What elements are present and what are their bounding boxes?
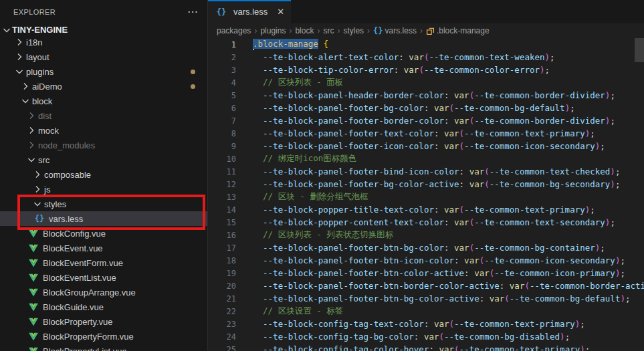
tree-folder-js[interactable]: js — [0, 182, 207, 197]
close-icon[interactable]: ✕ — [277, 7, 284, 17]
breadcrumb-label: block — [295, 26, 314, 35]
tree-folder-styles[interactable]: styles — [0, 197, 207, 211]
tree-folder-block[interactable]: block — [0, 94, 207, 108]
tree-folder-dist[interactable]: dist — [0, 108, 207, 123]
code-line[interactable]: 5 --te-block-panel-header-border-color: … — [208, 89, 644, 102]
code-text: // 区块列表 - 面板 — [236, 77, 343, 88]
code-line[interactable]: 21 --te-block-panel-footer-btn-bg-color-… — [208, 292, 644, 305]
tree-item-label: src — [38, 155, 49, 165]
breadcrumb-item-plugins[interactable]: plugins — [260, 26, 286, 35]
code-line[interactable]: 7 --te-block-panel-footer-border-color: … — [208, 114, 644, 127]
breadcrumb-item-styles[interactable]: styles — [343, 26, 364, 35]
tree-folder-mock[interactable]: mock — [0, 123, 207, 138]
tree-file-blockevent-vue[interactable]: BlockEvent.vue — [0, 241, 207, 255]
line-number: 7 — [208, 116, 236, 126]
code-line[interactable]: 16 // 区块列表 - 列表状态切换图标 — [208, 229, 644, 241]
code-line[interactable]: 19 --te-block-panel-footer-btn-color-act… — [208, 267, 644, 279]
line-number: 14 — [208, 205, 236, 215]
file-tree: i18nlayoutpluginsaiDemoblockdistmocknode… — [0, 35, 207, 351]
code-text: --te-block-panel-footer-bg-color-active:… — [236, 179, 620, 189]
vue-file-icon — [28, 316, 39, 327]
code-line[interactable]: 22 // 区块设置 - 标签 — [208, 305, 644, 318]
code-line[interactable]: 12 --te-block-panel-footer-bg-color-acti… — [208, 178, 644, 191]
code-text: --te-block-panel-footer-btn-border-color… — [236, 281, 644, 291]
code-line[interactable]: 24 --te-block-config-tag-bg-color: var(-… — [208, 330, 644, 343]
tree-file-blockpropertylist-vue[interactable]: BlockPropertyList.vue — [0, 344, 207, 351]
vue-file-icon — [28, 272, 39, 283]
code-line[interactable]: 14 --te-block-popper-title-text-color: v… — [208, 203, 644, 216]
line-number: 22 — [208, 307, 236, 316]
breadcrumb-item-vars-less[interactable]: {}vars.less — [373, 26, 417, 35]
code-line[interactable]: 1.block-manage { — [208, 38, 644, 51]
code-line[interactable]: 15 --te-block-popper-content-text-color:… — [208, 216, 644, 229]
code-line[interactable]: 20 --te-block-panel-footer-btn-border-co… — [208, 279, 644, 292]
chevron-down-icon — [26, 154, 37, 165]
tab-vars-less[interactable]: {} vars.less ✕ — [208, 0, 291, 23]
code-line[interactable]: 4 // 区块列表 - 面板 — [208, 76, 644, 89]
tree-file-blockpropertyform-vue[interactable]: BlockPropertyForm.vue — [0, 329, 207, 344]
tree-file-blockconfig-vue[interactable]: BlockConfig.vue — [0, 226, 207, 241]
line-number: 21 — [208, 294, 236, 304]
code-line[interactable]: 11 --te-block-panel-footer-bind-icon-col… — [208, 165, 644, 178]
tree-item-label: plugins — [26, 67, 53, 77]
breadcrumb-label: packages — [217, 26, 251, 35]
vscode-window: EXPLORER ⋯ TINY-ENGINE i18nlayoutplugins… — [0, 0, 644, 351]
breadcrumb-item--block-manage[interactable]: .block-manage — [426, 26, 490, 35]
line-number: 15 — [208, 218, 236, 227]
vue-file-icon — [28, 331, 39, 342]
code-line[interactable]: 17 --te-block-panel-footer-btn-bg-color:… — [208, 241, 644, 254]
breadcrumb-label: styles — [343, 26, 364, 35]
code-line[interactable]: 25 --te-block-config-tag-color-hover: va… — [208, 343, 644, 351]
chevron-right-icon — [26, 110, 37, 121]
breadcrumb-item-packages[interactable]: packages — [217, 26, 251, 35]
code-line[interactable]: 8 --te-block-panel-footer-text-color: va… — [208, 127, 644, 140]
chevron-right-icon — [14, 37, 25, 47]
code-line[interactable]: 23 --te-block-config-tag-text-color: var… — [208, 318, 644, 330]
tree-folder-aidemo[interactable]: aiDemo — [0, 79, 207, 94]
chevron-down-icon — [20, 96, 31, 106]
breadcrumb-item-src[interactable]: src — [323, 26, 334, 35]
code-line[interactable]: 13 // 区块 - 删除分组气泡框 — [208, 191, 644, 203]
code-line[interactable]: 6 --te-block-panel-footer-bg-color: var(… — [208, 102, 644, 114]
tree-file-blockeventform-vue[interactable]: BlockEventForm.vue — [0, 255, 207, 270]
tree-file-vars-less[interactable]: {}vars.less — [0, 211, 207, 226]
line-number: 10 — [208, 154, 236, 164]
code-line[interactable]: 9 --te-block-panel-footer-icon-color: va… — [208, 140, 644, 152]
tree-root-tiny-engine[interactable]: TINY-ENGINE — [0, 24, 207, 35]
tree-folder-layout[interactable]: layout — [0, 49, 207, 64]
code-text: --te-block-panel-footer-bg-color: var(--… — [236, 103, 575, 113]
tree-item-label: block — [32, 96, 52, 106]
vertical-scrollbar-thumb[interactable] — [635, 38, 644, 62]
breadcrumb-item-block[interactable]: block — [295, 26, 314, 35]
breadcrumb-separator: › — [418, 26, 425, 35]
tree-folder-plugins[interactable]: plugins — [0, 64, 207, 79]
tree-file-blockgrouparrange-vue[interactable]: BlockGroupArrange.vue — [0, 285, 207, 300]
vue-file-icon — [28, 243, 39, 253]
code-editor[interactable]: 1.block-manage {2 --te-block-alert-text-… — [208, 38, 644, 351]
line-number: 3 — [208, 66, 236, 75]
breadcrumb-label: .block-manage — [437, 26, 490, 35]
line-number: 11 — [208, 167, 236, 177]
code-line[interactable]: 2 --te-block-alert-text-color: var(--te-… — [208, 51, 644, 64]
line-number: 2 — [208, 53, 236, 62]
code-line[interactable]: 18 --te-block-panel-footer-btn-icon-colo… — [208, 254, 644, 267]
chevron-down-icon — [1, 25, 12, 35]
tree-folder-src[interactable]: src — [0, 152, 207, 167]
tree-folder-node-modules[interactable]: node_modules — [0, 138, 207, 152]
tree-item-label: BlockPropertyForm.vue — [43, 332, 134, 342]
tree-file-blockeventlist-vue[interactable]: BlockEventList.vue — [0, 270, 207, 285]
explorer-more-actions-icon[interactable]: ⋯ — [187, 9, 198, 15]
tree-folder-i18n[interactable]: i18n — [0, 35, 207, 49]
breadcrumb-separator: › — [252, 26, 259, 35]
tree-file-blockproperty-vue[interactable]: BlockProperty.vue — [0, 314, 207, 329]
code-line[interactable]: 3 --te-block-tip-color-error: var(--te-c… — [208, 64, 644, 76]
code-line[interactable]: 10 // 绑定时icon图标颜色 — [208, 152, 644, 165]
tree-file-blockguide-vue[interactable]: BlockGuide.vue — [0, 300, 207, 314]
code-text: // 绑定时icon图标颜色 — [236, 153, 356, 164]
tree-folder-composable[interactable]: composable — [0, 167, 207, 182]
line-number: 23 — [208, 320, 236, 329]
code-text: // 区块 - 删除分组气泡框 — [236, 191, 368, 203]
less-file-icon: {} — [34, 213, 45, 224]
chevron-right-icon — [20, 81, 31, 92]
line-number: 18 — [208, 256, 236, 265]
